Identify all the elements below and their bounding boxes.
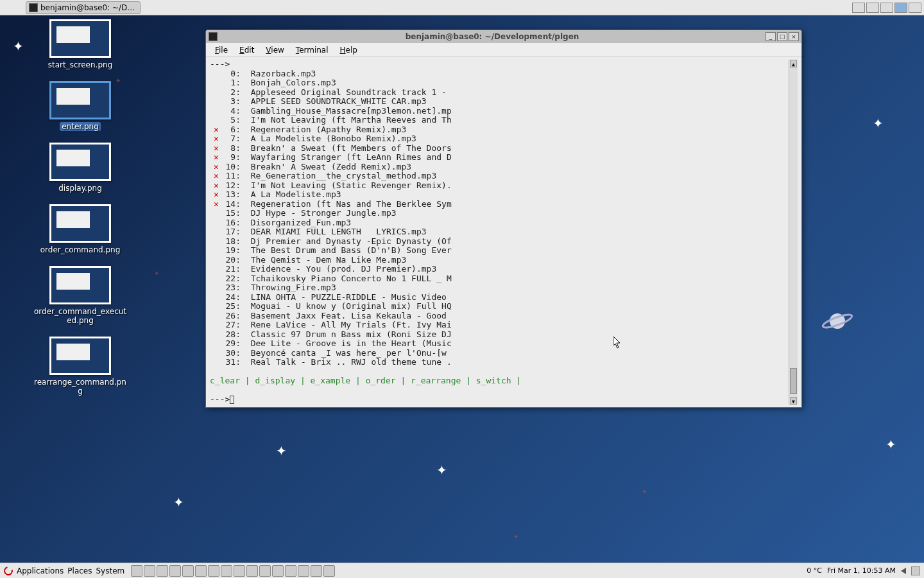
desktop-icon[interactable]: order_command.png xyxy=(26,204,135,254)
desktop-icon-label: display.png xyxy=(58,184,102,193)
terminal-icon xyxy=(209,32,218,41)
desktop-icon-label: enter.png xyxy=(60,122,101,131)
launcher-icon[interactable] xyxy=(182,565,194,577)
workspace-1[interactable] xyxy=(852,3,865,13)
thumbnail-icon xyxy=(49,19,111,58)
desktop-icon[interactable]: enter.png xyxy=(26,81,135,131)
debian-icon[interactable] xyxy=(2,565,14,577)
top-panel: benjamin@base0: ~/D... xyxy=(0,0,924,15)
tray-icon[interactable] xyxy=(911,566,920,575)
terminal-window: benjamin@base0: ~/Development/plgen _ □ … xyxy=(205,30,802,408)
launcher-icon[interactable] xyxy=(285,565,296,577)
desktop-icon-label: start_screen.png xyxy=(48,60,113,69)
launcher-icons xyxy=(131,565,335,577)
window-title: benjamin@base0: ~/Development/plgen xyxy=(220,32,764,41)
launcher-icon[interactable] xyxy=(131,565,142,577)
maximize-button[interactable]: □ xyxy=(777,32,787,41)
launcher-icon[interactable] xyxy=(221,565,232,577)
thumbnail-icon xyxy=(49,337,111,375)
launcher-icon[interactable] xyxy=(272,565,284,577)
menu-file[interactable]: File xyxy=(210,44,233,56)
menu-help[interactable]: Help xyxy=(335,44,363,56)
desktop-icon[interactable]: start_screen.png xyxy=(26,19,135,69)
thumbnail-icon xyxy=(49,81,111,119)
launcher-icon[interactable] xyxy=(311,565,322,577)
terminal-body[interactable]: ---> 0: Razorback.mp3 1: Bonjah_Colors.m… xyxy=(206,57,801,407)
menu-view[interactable]: View xyxy=(261,44,289,56)
launcher-icon[interactable] xyxy=(259,565,271,577)
system-tray: 0 °C Fri Mar 1, 10:53 AM xyxy=(807,566,920,575)
launcher-icon[interactable] xyxy=(208,565,219,577)
desktop-icon[interactable]: display.png xyxy=(26,143,135,193)
applications-menu[interactable]: Applications xyxy=(17,566,64,575)
temperature-indicator[interactable]: 0 °C xyxy=(807,566,822,575)
launcher-icon[interactable] xyxy=(169,565,181,577)
scroll-thumb[interactable] xyxy=(790,368,797,394)
places-menu[interactable]: Places xyxy=(67,566,92,575)
workspace-5[interactable] xyxy=(909,3,921,13)
system-menu[interactable]: System xyxy=(96,566,124,575)
taskbar-item-label: benjamin@base0: ~/D... xyxy=(40,3,135,12)
volume-icon[interactable] xyxy=(901,568,906,574)
launcher-icon[interactable] xyxy=(144,565,155,577)
desktop-icon-label: order_command.png xyxy=(40,245,121,254)
scroll-up-button[interactable]: ▲ xyxy=(790,60,797,67)
clock[interactable]: Fri Mar 1, 10:53 AM xyxy=(827,566,896,575)
desktop-icon-label: rearrange_command.png xyxy=(32,378,128,396)
command-hints: c_lear | d_isplay | e_xample | o_rder | … xyxy=(210,376,789,386)
thumbnail-icon xyxy=(49,143,111,181)
menu-edit[interactable]: Edit xyxy=(234,44,259,56)
menubar: FileEditViewTerminalHelp xyxy=(206,43,801,57)
launcher-icon[interactable] xyxy=(323,565,335,577)
launcher-icon[interactable] xyxy=(298,565,309,577)
taskbar-item-terminal[interactable]: benjamin@base0: ~/D... xyxy=(26,1,141,14)
scrollbar[interactable]: ▲ ▼ xyxy=(789,60,798,405)
workspace-2[interactable] xyxy=(866,3,879,13)
terminal-icon xyxy=(29,3,38,12)
launcher-icon[interactable] xyxy=(195,565,207,577)
workspace-pager[interactable] xyxy=(852,3,921,13)
planet-decoration xyxy=(821,308,853,334)
thumbnail-icon xyxy=(49,204,111,243)
desktop-icons: start_screen.pngenter.pngdisplay.pngorde… xyxy=(26,19,135,407)
desktop-icon[interactable]: order_command_executed.png xyxy=(26,266,135,325)
launcher-icon[interactable] xyxy=(157,565,168,577)
minimize-button[interactable]: _ xyxy=(766,32,776,41)
launcher-icon[interactable] xyxy=(234,565,245,577)
scroll-down-button[interactable]: ▼ xyxy=(790,397,797,405)
text-cursor xyxy=(230,396,234,404)
titlebar[interactable]: benjamin@base0: ~/Development/plgen _ □ … xyxy=(206,30,801,43)
thumbnail-icon xyxy=(49,266,111,304)
bottom-panel: Applications Places System 0 °C Fri Mar … xyxy=(0,563,924,578)
desktop-icon[interactable]: rearrange_command.png xyxy=(26,337,135,396)
desktop-icon-label: order_command_executed.png xyxy=(32,307,128,325)
menu-terminal[interactable]: Terminal xyxy=(291,44,334,56)
close-button[interactable]: × xyxy=(789,32,799,41)
workspace-4[interactable] xyxy=(894,3,907,13)
workspace-3[interactable] xyxy=(880,3,893,13)
launcher-icon[interactable] xyxy=(246,565,258,577)
